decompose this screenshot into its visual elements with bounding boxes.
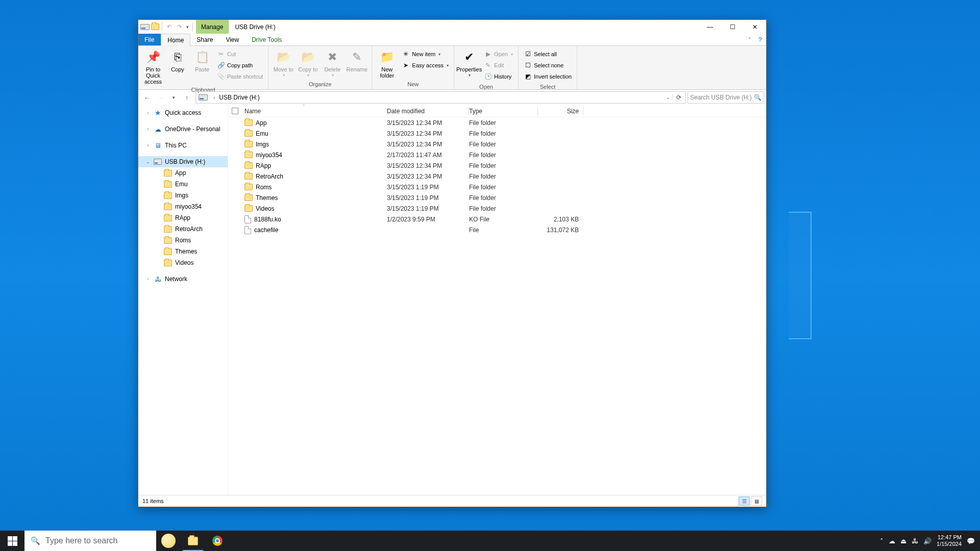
- table-row[interactable]: App3/15/2023 12:34 PMFile folder: [228, 117, 766, 128]
- nav-folder-app[interactable]: App: [149, 167, 228, 179]
- copy-to-button[interactable]: 📂Copy to▾: [296, 48, 320, 78]
- table-row[interactable]: Themes3/15/2023 1:19 PMFile folder: [228, 192, 766, 203]
- taskbar-search[interactable]: 🔍 Type here to search: [24, 531, 156, 551]
- qat-folder-icon[interactable]: [151, 22, 160, 32]
- help-icon[interactable]: ?: [754, 34, 766, 45]
- paste-shortcut-button[interactable]: 📎Paste shortcut: [215, 71, 265, 82]
- tray-onedrive-icon[interactable]: ☁: [889, 537, 895, 545]
- table-row[interactable]: Emu3/15/2023 12:34 PMFile folder: [228, 128, 766, 139]
- forward-button[interactable]: →: [154, 91, 167, 104]
- table-row[interactable]: miyoo3542/17/2023 11:47 AMFile folder: [228, 149, 766, 160]
- table-row[interactable]: Roms3/15/2023 1:19 PMFile folder: [228, 182, 766, 192]
- nav-folder-themes[interactable]: Themes: [149, 246, 228, 257]
- qat-redo-icon[interactable]: ↷: [175, 22, 184, 32]
- folder-icon: [244, 130, 253, 137]
- cut-button[interactable]: ✂Cut: [215, 49, 265, 59]
- delete-button[interactable]: ✖Delete▾: [321, 48, 344, 78]
- tray-network-icon[interactable]: 🖧: [912, 537, 918, 545]
- new-item-button[interactable]: ✳New item▾: [400, 49, 451, 59]
- nav-folder-miyoo354[interactable]: miyoo354: [149, 201, 228, 212]
- search-input[interactable]: Search USB Drive (H:) 🔍: [688, 91, 764, 104]
- nav-this-pc[interactable]: ›🖥This PC: [138, 140, 228, 151]
- file-icon: [244, 215, 251, 223]
- properties-button[interactable]: ✔Properties▾: [457, 48, 481, 78]
- new-folder-button[interactable]: 📁New folder: [375, 48, 399, 79]
- taskbar-explorer[interactable]: [181, 531, 205, 551]
- invert-selection-button[interactable]: ◩Invert selection: [522, 71, 574, 82]
- address-dropdown-icon[interactable]: ⌄: [664, 95, 673, 100]
- column-date[interactable]: Date modified: [387, 108, 469, 115]
- table-row[interactable]: RApp3/15/2023 12:34 PMFile folder: [228, 160, 766, 171]
- select-all-button[interactable]: ☑Select all: [522, 49, 574, 59]
- table-row[interactable]: RetroArch3/15/2023 12:34 PMFile folder: [228, 171, 766, 182]
- pin-quick-access-button[interactable]: 📌 Pin to Quick access: [141, 48, 165, 85]
- nav-folder-videos[interactable]: Videos: [149, 257, 228, 268]
- up-button[interactable]: ↑: [180, 91, 193, 104]
- table-row[interactable]: 8188fu.ko1/2/2023 9:59 PMKO File2,103 KB: [228, 214, 766, 224]
- taskbar-chrome[interactable]: [205, 531, 230, 551]
- back-button[interactable]: ←: [140, 91, 154, 104]
- tab-drive-tools[interactable]: Drive Tools: [246, 34, 288, 45]
- label: Pin to Quick access: [141, 66, 165, 85]
- nav-quick-access[interactable]: ›★Quick access: [138, 107, 228, 118]
- close-button[interactable]: ✕: [744, 20, 766, 34]
- nav-folder-emu[interactable]: Emu: [149, 179, 228, 190]
- weather-icon: [161, 534, 176, 548]
- column-type[interactable]: Type: [469, 108, 537, 115]
- column-name[interactable]: ˄Name: [241, 108, 386, 115]
- nav-usb-drive[interactable]: ⌄USB Drive (H:): [138, 156, 228, 167]
- nav-network[interactable]: ›🖧Network: [138, 273, 228, 285]
- maximize-button[interactable]: ☐: [721, 20, 744, 34]
- tab-share[interactable]: Share: [190, 34, 219, 45]
- address-bar[interactable]: › USB Drive (H:) ⌄ ⟳: [195, 91, 685, 104]
- copy-button[interactable]: ⎘ Copy: [166, 48, 189, 72]
- copy-path-button[interactable]: 🔗Copy path: [215, 60, 265, 70]
- tray-notifications-icon[interactable]: 💬: [967, 537, 975, 545]
- chevron-right-icon[interactable]: ›: [210, 95, 218, 101]
- select-all-checkbox[interactable]: [228, 108, 241, 114]
- tab-view[interactable]: View: [219, 34, 246, 45]
- open-button[interactable]: ▶Open▾: [482, 49, 515, 59]
- nav-folder-roms[interactable]: Roms: [149, 235, 228, 246]
- tray-clock[interactable]: 12:47 PM 1/15/2024: [937, 534, 962, 547]
- tray-overflow-icon[interactable]: ˄: [880, 537, 884, 545]
- table-row[interactable]: cachefileFile131,072 KB: [228, 224, 766, 235]
- rename-button[interactable]: ✎Rename: [345, 48, 369, 72]
- breadcrumb[interactable]: USB Drive (H:): [218, 94, 260, 101]
- move-to-button[interactable]: 📂Move to▾: [272, 48, 295, 78]
- column-size[interactable]: Size: [538, 108, 583, 115]
- refresh-icon[interactable]: ⟳: [673, 94, 685, 101]
- paste-button[interactable]: 📋 Paste: [190, 48, 214, 72]
- folder-icon: [244, 152, 253, 158]
- easy-access-button[interactable]: ➤Easy access▾: [400, 60, 451, 70]
- icons-view-button[interactable]: ▦: [751, 496, 762, 506]
- minimize-button[interactable]: —: [699, 20, 721, 34]
- system-menu-icon[interactable]: [140, 22, 150, 32]
- history-button[interactable]: 🕑History: [482, 71, 515, 82]
- start-button[interactable]: [0, 531, 24, 551]
- table-row[interactable]: Videos3/15/2023 1:19 PMFile folder: [228, 203, 766, 214]
- recent-locations-button[interactable]: ▾: [167, 91, 180, 104]
- table-row[interactable]: Imgs3/15/2023 12:34 PMFile folder: [228, 139, 766, 149]
- qat-dropdown-icon[interactable]: ▾: [185, 24, 190, 30]
- tray-volume-icon[interactable]: 🔊: [923, 537, 932, 545]
- collapse-ribbon-icon[interactable]: ˄: [745, 34, 754, 45]
- edit-button[interactable]: ✎Edit: [482, 60, 515, 70]
- select-none-button[interactable]: ☐Select none: [522, 60, 574, 70]
- nav-folder-rapp[interactable]: RApp: [149, 212, 228, 223]
- file-name: cachefile: [254, 227, 278, 234]
- nav-folder-imgs[interactable]: Imgs: [149, 190, 228, 201]
- label: Paste: [195, 66, 209, 72]
- context-tab-manage[interactable]: Manage: [196, 20, 229, 34]
- tray-eject-icon[interactable]: ⏏: [900, 537, 906, 545]
- tab-home[interactable]: Home: [161, 34, 190, 46]
- taskbar-weather[interactable]: [156, 531, 181, 551]
- nav-folder-retroarch[interactable]: RetroArch: [149, 223, 228, 235]
- details-view-button[interactable]: ☰: [739, 496, 750, 506]
- folder-icon: [164, 259, 172, 267]
- tab-file[interactable]: File: [138, 34, 161, 45]
- nav-onedrive[interactable]: ›☁OneDrive - Personal: [138, 123, 228, 135]
- group-label: New: [372, 81, 454, 89]
- file-date: 3/15/2023 12:34 PM: [387, 119, 469, 127]
- qat-undo-icon[interactable]: ↶: [164, 22, 174, 32]
